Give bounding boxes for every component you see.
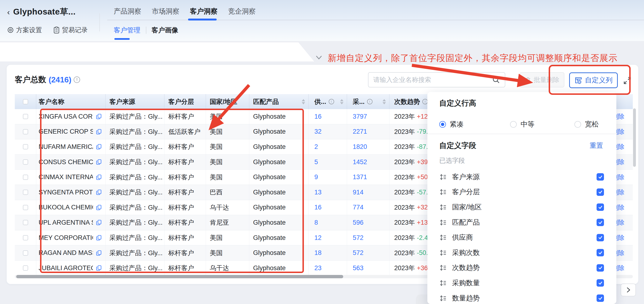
subtab-divider [146,27,146,34]
drag-handle-icon[interactable] [439,264,447,271]
suppliers-cell[interactable]: 2 [309,139,347,154]
row-checkbox[interactable] [23,129,28,134]
radio-loose[interactable]: 宽松 [574,120,599,129]
subtab-customer-management[interactable]: 客户管理 [114,26,140,35]
radio-medium[interactable]: 中等 [510,120,534,129]
drag-handle-icon[interactable] [439,234,447,241]
drag-handle-icon[interactable] [439,280,447,286]
chevron-left-icon[interactable]: ‹ [7,8,10,16]
field-item[interactable]: 采购次数 [427,245,616,260]
field-checkbox[interactable] [596,188,604,196]
trade-records-button[interactable]: 贸易记录 [54,26,88,34]
check-icon [598,250,603,255]
suppliers-cell[interactable]: 16 [309,109,347,124]
field-checkbox[interactable] [596,294,604,302]
field-checkbox[interactable] [596,264,604,272]
field-item[interactable]: 次数趋势 [427,260,616,276]
top-header [0,0,644,41]
suppliers-cell[interactable]: 23 [309,261,347,276]
purchase-count-cell[interactable]: 2271 [347,124,390,139]
field-list: 客户来源 客户分层 [427,170,616,304]
col-matched-product[interactable]: 匹配产品 [249,94,309,109]
field-checkbox[interactable] [596,204,604,211]
field-checkbox[interactable] [596,279,604,286]
field-item[interactable]: 数量趋势 [427,291,616,304]
row-checkbox[interactable] [23,250,28,256]
info-icon[interactable]: ! [74,76,80,83]
select-all-checkbox[interactable] [23,99,28,104]
sort-icon[interactable] [382,99,386,104]
suppliers-cell[interactable]: 8 [309,215,347,230]
col-purchase-count[interactable]: 采... ! [347,94,390,109]
field-item[interactable]: 客户分层 [427,185,616,200]
field-item[interactable]: 采购数量 [427,276,616,291]
row-checkbox[interactable] [23,160,28,165]
breadcrumb: ‹ Glyphosate草... [7,6,76,18]
scheme-settings-button[interactable]: 方案设置 [7,26,42,34]
field-item[interactable]: 供应商 [427,230,616,245]
field-checkbox[interactable] [596,234,604,241]
tab-competitor-insight[interactable]: 竞企洞察 [228,7,256,16]
info-icon[interactable]: ! [367,99,372,104]
purchase-count-cell[interactable]: 572 [347,230,390,246]
row-checkbox[interactable] [23,235,28,240]
purchase-count-cell[interactable]: 1820 [347,139,390,154]
row-checkbox[interactable] [23,175,28,180]
info-icon[interactable]: ! [422,99,428,104]
suppliers-cell[interactable]: 13 [309,185,347,200]
col-customer-name[interactable]: 客户名称 [36,94,106,109]
row-checkbox[interactable] [23,144,28,150]
suppliers-cell[interactable]: 32 [309,124,347,139]
purchase-count-cell[interactable]: 3797 [347,109,390,124]
radio-compact[interactable]: 紧凑 [439,120,464,129]
field-checkbox[interactable] [596,173,604,180]
purchase-count-cell[interactable]: 563 [347,261,390,276]
field-item[interactable]: 客户来源 [427,170,616,185]
field-checkbox[interactable] [596,219,604,226]
purchase-count-cell[interactable]: 596 [347,215,390,230]
vertical-scrollbar-thumb[interactable] [633,108,636,167]
purchase-count-cell[interactable]: 1371 [347,170,390,185]
suppliers-cell[interactable]: 5 [309,154,347,170]
tab-market-insight[interactable]: 市场洞察 [152,7,180,16]
chevron-down-icon[interactable] [314,54,324,61]
row-checkbox[interactable] [23,205,28,210]
annotation-arrow-row-height [205,80,256,136]
row-checkbox[interactable] [23,114,28,119]
row-checkbox[interactable] [23,190,28,195]
sort-icon[interactable] [340,99,344,104]
horizontal-scrollbar-thumb[interactable] [16,275,343,278]
suppliers-cell[interactable]: 12 [309,230,347,246]
field-item[interactable]: 匹配产品 [427,215,616,230]
drag-handle-icon[interactable] [439,295,447,302]
col-customer-tier[interactable]: 客户分层 [164,94,206,109]
drag-handle-icon[interactable] [439,174,447,180]
purchase-count-cell[interactable]: 774 [347,200,390,215]
reset-link[interactable]: 重置 [590,141,603,150]
sort-icon[interactable] [302,99,305,104]
next-page-button[interactable] [621,284,636,296]
row-checkbox[interactable] [23,220,28,225]
drag-handle-icon[interactable] [439,204,447,211]
subtab-customer-profile[interactable]: 客户画像 [152,26,178,35]
row-select-cell [15,261,36,276]
info-icon[interactable]: ! [329,99,334,104]
field-item[interactable]: 国家/地区 [427,200,616,215]
col-customer-source[interactable]: 客户来源 [106,94,164,109]
drag-handle-icon[interactable] [439,219,447,226]
field-label: 采购次数 [452,248,480,258]
suppliers-cell[interactable]: 18 [309,246,347,260]
purchase-count-cell[interactable]: 1452 [347,154,390,170]
drag-handle-icon[interactable] [439,249,447,256]
suppliers-cell[interactable]: 9 [309,170,347,185]
drag-handle-icon[interactable] [439,188,447,196]
tab-product-insight[interactable]: 产品洞察 [114,7,141,16]
row-checkbox[interactable] [23,266,28,271]
trend-year: 2023年 [394,249,415,257]
tab-customer-insight[interactable]: 客户洞察 [190,7,218,16]
purchase-count-cell[interactable]: 572 [347,246,390,260]
purchase-count-cell[interactable]: 914 [347,185,390,200]
suppliers-cell[interactable]: 16 [309,200,347,215]
col-suppliers[interactable]: 供... ! [309,94,347,109]
field-checkbox[interactable] [596,249,604,256]
